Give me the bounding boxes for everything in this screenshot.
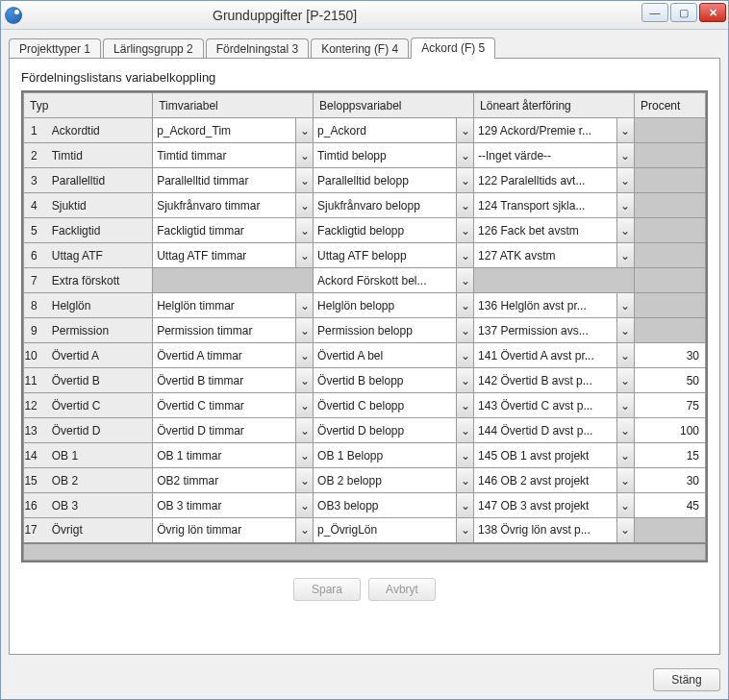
chevron-down-icon[interactable] [616, 418, 634, 442]
chevron-down-icon[interactable] [616, 293, 634, 317]
combo-loneart[interactable]: 146 OB 2 avst projekt [474, 468, 634, 492]
chevron-down-icon[interactable] [295, 143, 313, 167]
table-row[interactable]: 15OB 2OB2 timmarOB 2 belopp146 OB 2 avst… [24, 468, 706, 493]
combo-loneart[interactable]: 145 OB 1 avst projekt [474, 443, 634, 467]
cell-procent[interactable]: 45 [635, 493, 705, 517]
table-row[interactable]: 2TimtidTimtid timmarTimtid belopp--Inget… [24, 143, 706, 168]
combo-beloppsvariabel[interactable]: Övertid B belopp [314, 368, 473, 392]
chevron-down-icon[interactable] [456, 143, 473, 167]
cell-procent[interactable]: 100 [635, 418, 705, 442]
table-row[interactable]: 5FackligtidFackligtid timmarFackligtid b… [24, 218, 706, 243]
chevron-down-icon[interactable] [456, 193, 473, 217]
chevron-down-icon[interactable] [295, 343, 313, 367]
chevron-down-icon[interactable] [456, 168, 473, 192]
table-row[interactable]: 14OB 1OB 1 timmarOB 1 Belopp145 OB 1 avs… [24, 443, 706, 468]
combo-loneart[interactable]: 136 Helglön avst pr... [474, 293, 634, 317]
chevron-down-icon[interactable] [295, 493, 313, 517]
chevron-down-icon[interactable] [295, 218, 313, 242]
combo-timvariabel[interactable]: Parallelltid timmar [153, 168, 313, 192]
combo-beloppsvariabel[interactable]: Helglön belopp [314, 293, 473, 317]
chevron-down-icon[interactable] [616, 318, 634, 342]
chevron-down-icon[interactable] [616, 443, 634, 467]
combo-beloppsvariabel[interactable]: OB3 belopp [314, 493, 473, 517]
combo-timvariabel[interactable]: p_Ackord_Tim [153, 118, 313, 142]
combo-beloppsvariabel[interactable]: Övertid D belopp [314, 418, 473, 442]
chevron-down-icon[interactable] [295, 168, 313, 192]
header-procent[interactable]: Procent [634, 93, 705, 118]
combo-timvariabel[interactable]: Timtid timmar [153, 143, 313, 167]
chevron-down-icon[interactable] [295, 243, 313, 267]
combo-beloppsvariabel[interactable]: Fackligtid belopp [314, 218, 473, 242]
chevron-down-icon[interactable] [616, 368, 634, 392]
minimize-button[interactable]: — [641, 3, 668, 22]
chevron-down-icon[interactable] [295, 393, 313, 417]
combo-timvariabel[interactable]: Sjukfrånvaro timmar [153, 193, 313, 217]
combo-timvariabel[interactable]: Övrig lön timmar [153, 518, 313, 542]
chevron-down-icon[interactable] [616, 243, 634, 267]
table-row[interactable]: 4SjuktidSjukfrånvaro timmarSjukfrånvaro … [24, 193, 706, 218]
chevron-down-icon[interactable] [295, 118, 313, 142]
combo-loneart[interactable]: 137 Permission avs... [474, 318, 634, 342]
table-row[interactable]: 7Extra förskottAckord Förskott bel... [24, 268, 706, 293]
combo-beloppsvariabel[interactable]: Övertid A bel [314, 343, 473, 367]
header-beloppsvariabel[interactable]: Beloppsvariabel [314, 93, 474, 118]
combo-beloppsvariabel[interactable]: Permission belopp [314, 318, 473, 342]
combo-timvariabel[interactable]: Uttag ATF timmar [153, 243, 313, 267]
combo-timvariabel[interactable]: Övertid A timmar [153, 343, 313, 367]
combo-loneart[interactable]: 129 Ackord/Premie r... [474, 118, 634, 142]
combo-loneart[interactable]: 142 Övertid B avst p... [474, 368, 634, 392]
chevron-down-icon[interactable] [295, 468, 313, 492]
chevron-down-icon[interactable] [456, 443, 473, 467]
cell-procent[interactable]: 30 [635, 468, 705, 492]
save-button[interactable]: Spara [293, 578, 361, 601]
combo-timvariabel[interactable]: Permission timmar [153, 318, 313, 342]
combo-beloppsvariabel[interactable]: Timtid belopp [314, 143, 473, 167]
cell-procent[interactable]: 75 [635, 393, 705, 417]
chevron-down-icon[interactable] [456, 493, 473, 517]
combo-timvariabel[interactable]: Övertid D timmar [153, 418, 313, 442]
chevron-down-icon[interactable] [616, 468, 634, 492]
cell-procent[interactable]: 50 [635, 368, 705, 392]
combo-loneart[interactable]: 126 Fack bet avstm [474, 218, 634, 242]
chevron-down-icon[interactable] [456, 243, 473, 267]
combo-timvariabel[interactable]: Fackligtid timmar [153, 218, 313, 242]
chevron-down-icon[interactable] [456, 118, 473, 142]
combo-timvariabel[interactable]: Övertid B timmar [153, 368, 313, 392]
chevron-down-icon[interactable] [295, 193, 313, 217]
chevron-down-icon[interactable] [295, 518, 313, 542]
combo-timvariabel[interactable]: OB 3 timmar [153, 493, 313, 517]
table-row[interactable]: 6Uttag ATFUttag ATF timmarUttag ATF belo… [24, 243, 706, 268]
chevron-down-icon[interactable] [456, 518, 473, 542]
chevron-down-icon[interactable] [456, 418, 473, 442]
combo-loneart[interactable]: 147 OB 3 avst projekt [474, 493, 634, 517]
combo-beloppsvariabel[interactable]: Parallelltid belopp [314, 168, 473, 192]
chevron-down-icon[interactable] [616, 393, 634, 417]
combo-loneart[interactable]: 122 Paralelltids avt... [474, 168, 634, 192]
table-row[interactable]: 10Övertid AÖvertid A timmarÖvertid A bel… [24, 343, 706, 368]
combo-timvariabel[interactable]: OB 1 timmar [153, 443, 313, 467]
chevron-down-icon[interactable] [616, 218, 634, 242]
header-timvariabel[interactable]: Timvariabel [153, 93, 314, 118]
table-row[interactable]: 9PermissionPermission timmarPermission b… [24, 318, 706, 343]
table-row[interactable]: 3ParallelltidParallelltid timmarParallel… [24, 168, 706, 193]
chevron-down-icon[interactable] [295, 443, 313, 467]
table-row[interactable]: 11Övertid BÖvertid B timmarÖvertid B bel… [24, 368, 706, 393]
chevron-down-icon[interactable] [616, 143, 634, 167]
cell-procent[interactable]: 30 [635, 343, 705, 367]
combo-timvariabel[interactable]: Helglön timmar [153, 293, 313, 317]
maximize-button[interactable]: ▢ [670, 3, 697, 22]
combo-loneart[interactable]: 138 Övrig lön avst p... [474, 518, 634, 542]
cancel-button[interactable]: Avbryt [368, 578, 436, 601]
combo-loneart[interactable]: 124 Transport sjkla... [474, 193, 634, 217]
close-window-button[interactable]: ✕ [699, 3, 726, 22]
chevron-down-icon[interactable] [295, 318, 313, 342]
chevron-down-icon[interactable] [616, 518, 634, 542]
combo-beloppsvariabel[interactable]: p_ÖvrigLön [314, 518, 473, 542]
chevron-down-icon[interactable] [456, 468, 473, 492]
chevron-down-icon[interactable] [295, 293, 313, 317]
chevron-down-icon[interactable] [456, 393, 473, 417]
table-row[interactable]: 16OB 3OB 3 timmarOB3 belopp147 OB 3 avst… [24, 493, 706, 518]
chevron-down-icon[interactable] [456, 318, 473, 342]
combo-beloppsvariabel[interactable]: Sjukfrånvaro belopp [314, 193, 473, 217]
combo-loneart[interactable]: --Inget värde-- [474, 143, 634, 167]
